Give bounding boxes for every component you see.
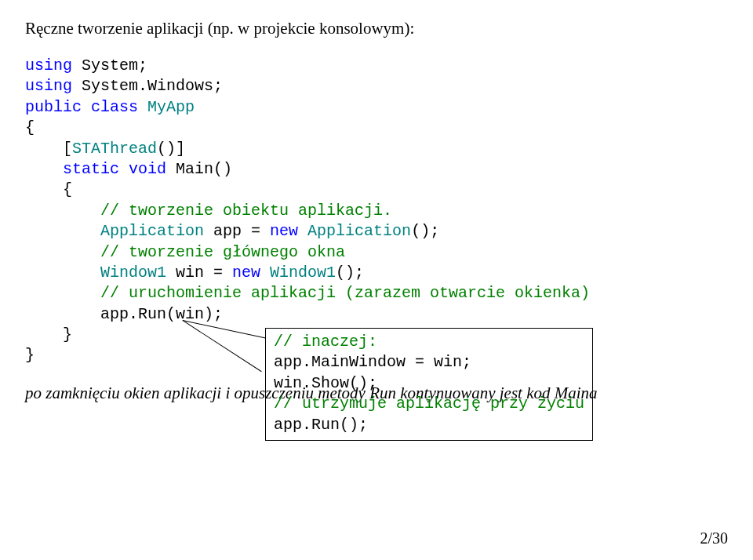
code-text xyxy=(25,160,63,178)
page-title: Ręczne tworzenie aplikacji (np. w projek… xyxy=(25,19,728,38)
code-keyword: new xyxy=(232,264,260,282)
code-text: (); xyxy=(411,222,439,240)
code-comment: // uruchomienie aplikacji (zarazem otwar… xyxy=(100,284,590,302)
code-class: Window1 xyxy=(100,264,166,282)
code-block: using System; using System.Windows; publ… xyxy=(25,56,728,366)
code-text: { xyxy=(25,118,35,136)
callout-text: win.Show(); xyxy=(274,373,584,394)
code-text: app = xyxy=(204,222,270,240)
code-text: } xyxy=(25,325,72,344)
code-text xyxy=(25,264,100,282)
code-class: MyApp xyxy=(147,98,195,116)
code-text: (); xyxy=(336,264,364,282)
code-text: ()] xyxy=(157,140,185,158)
code-text xyxy=(138,98,147,116)
callout-comment: // inaczej: xyxy=(274,332,584,352)
code-text: win = xyxy=(166,264,232,282)
code-keyword: public xyxy=(25,98,82,116)
code-keyword: new xyxy=(270,222,298,240)
code-text xyxy=(25,222,100,240)
code-text xyxy=(82,98,91,116)
callout-text: app.Run(); xyxy=(274,415,584,435)
code-text: System; xyxy=(72,56,147,75)
callout-comment: // utrzymuje aplikację przy życiu xyxy=(274,394,584,414)
code-class: Application xyxy=(307,222,411,240)
code-text xyxy=(119,160,129,178)
code-keyword: using xyxy=(25,56,72,75)
code-text xyxy=(298,222,307,240)
code-text: System.Windows; xyxy=(72,77,223,95)
callout-text: app.MainWindow = win; xyxy=(274,352,584,373)
code-text xyxy=(25,243,100,261)
code-text: Main() xyxy=(166,160,232,178)
code-text xyxy=(25,202,100,220)
code-text: { xyxy=(25,180,72,198)
code-text: } xyxy=(25,346,35,364)
code-comment: // tworzenie głównego okna xyxy=(100,243,345,261)
code-keyword: using xyxy=(25,77,72,95)
code-comment: // tworzenie obiektu aplikacji. xyxy=(100,202,392,220)
code-text xyxy=(260,264,270,282)
code-text: [ xyxy=(25,140,72,158)
page-number: 2/30 xyxy=(700,529,728,547)
code-text xyxy=(25,284,100,302)
callout-box: // inaczej: app.MainWindow = win; win.Sh… xyxy=(265,328,593,441)
code-text: app.Run(win); xyxy=(25,305,223,323)
code-class: Application xyxy=(100,222,204,240)
code-class: STAThread xyxy=(72,140,157,158)
code-keyword: class xyxy=(91,98,138,116)
code-keyword: static xyxy=(63,160,119,178)
code-class: Window1 xyxy=(270,264,336,282)
code-keyword: void xyxy=(129,160,166,178)
